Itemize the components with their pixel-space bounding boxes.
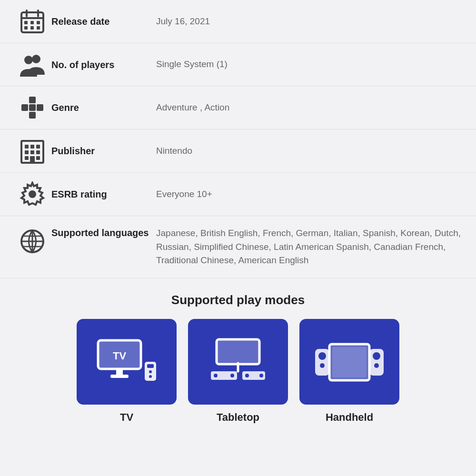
players-icon	[13, 53, 51, 77]
tv-card: TV	[77, 319, 177, 405]
svg-rect-6	[37, 21, 40, 24]
svg-rect-23	[30, 150, 34, 154]
svg-point-42	[149, 375, 152, 378]
svg-text:TV: TV	[113, 350, 126, 362]
play-modes-section: Supported play modes TV	[0, 278, 476, 438]
publisher-row: Publisher Nintendo	[0, 129, 476, 173]
release-date-value: July 16, 2021	[156, 15, 463, 29]
svg-point-28	[29, 190, 36, 198]
building-icon	[13, 138, 51, 164]
tabletop-card	[188, 319, 288, 405]
players-label: No. of players	[51, 59, 156, 71]
info-section: Release date July 16, 2021 No. of player…	[0, 0, 476, 278]
tabletop-label: Tabletop	[217, 411, 259, 424]
players-value: Single System (1)	[156, 58, 463, 71]
languages-label: Supported languages	[51, 227, 156, 239]
svg-point-48	[230, 374, 234, 377]
svg-rect-19	[25, 145, 29, 149]
svg-rect-13	[29, 104, 36, 111]
svg-rect-8	[30, 26, 34, 30]
play-mode-handheld: Handheld	[299, 319, 399, 424]
svg-point-59	[373, 352, 380, 360]
svg-rect-37	[116, 369, 123, 375]
calendar-icon	[13, 9, 51, 34]
svg-rect-12	[29, 97, 36, 103]
svg-rect-26	[36, 156, 40, 160]
svg-rect-22	[25, 150, 29, 154]
gamepad-icon	[13, 95, 51, 120]
play-mode-tabletop: Tabletop	[188, 319, 288, 424]
gear-icon	[13, 181, 51, 207]
genre-value: Adventure , Action	[156, 101, 463, 115]
play-mode-tv: TV TV	[77, 319, 177, 424]
svg-rect-15	[37, 104, 43, 111]
svg-rect-24	[36, 150, 40, 154]
svg-point-51	[259, 374, 263, 377]
svg-rect-9	[37, 26, 40, 30]
svg-rect-57	[332, 347, 367, 377]
players-row: No. of players Single System (1)	[0, 43, 476, 86]
svg-rect-5	[30, 21, 34, 24]
svg-rect-16	[29, 112, 36, 119]
publisher-value: Nintendo	[156, 144, 463, 158]
tv-label: TV	[120, 411, 133, 424]
svg-point-10	[32, 55, 40, 63]
handheld-label: Handheld	[326, 411, 373, 424]
svg-rect-7	[24, 26, 28, 30]
svg-point-50	[245, 374, 249, 377]
release-date-row: Release date July 16, 2021	[0, 0, 476, 43]
svg-rect-40	[147, 364, 154, 368]
genre-label: Genre	[51, 101, 156, 114]
svg-rect-25	[25, 156, 29, 160]
globe-icon	[13, 227, 51, 254]
svg-point-11	[24, 56, 33, 64]
play-modes-grid: TV TV	[10, 319, 466, 424]
genre-row: Genre Adventure , Action	[0, 86, 476, 129]
svg-rect-27	[30, 156, 35, 163]
svg-point-41	[149, 370, 152, 373]
esrb-value: Everyone 10+	[156, 188, 463, 201]
svg-rect-20	[30, 145, 34, 149]
languages-row: Supported languages Japanese, British En…	[0, 216, 476, 278]
svg-point-47	[214, 374, 218, 377]
release-date-label: Release date	[51, 15, 156, 28]
publisher-label: Publisher	[51, 145, 156, 157]
handheld-card	[299, 319, 399, 405]
svg-rect-14	[21, 104, 28, 111]
languages-value: Japanese, British English, French, Germa…	[156, 227, 463, 268]
esrb-label: ESRB rating	[51, 188, 156, 200]
svg-point-60	[374, 363, 379, 368]
svg-point-54	[320, 363, 325, 368]
esrb-row: ESRB rating Everyone 10+	[0, 173, 476, 216]
svg-rect-43	[217, 339, 259, 364]
svg-rect-4	[24, 21, 28, 24]
svg-rect-38	[110, 375, 129, 378]
svg-rect-21	[36, 145, 40, 149]
svg-point-53	[318, 352, 326, 360]
play-modes-title: Supported play modes	[10, 293, 466, 307]
